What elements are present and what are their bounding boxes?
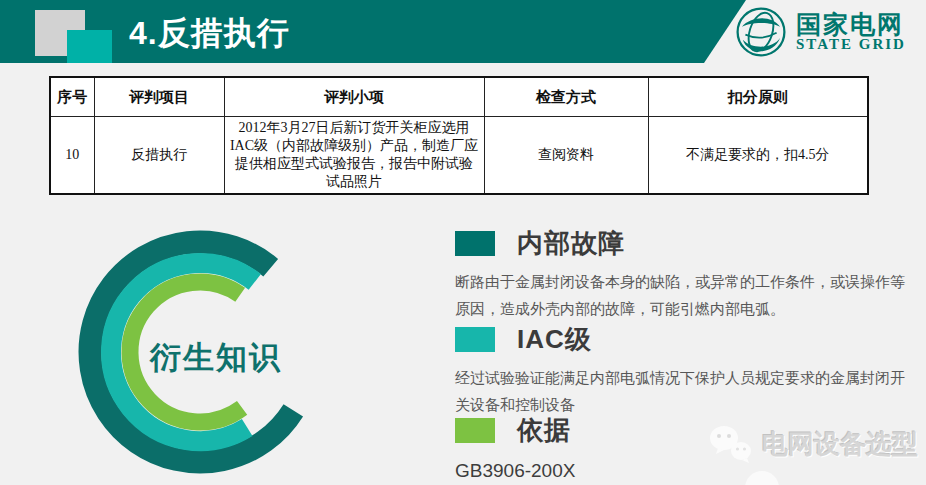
teal-bullet-square-icon: [455, 231, 495, 256]
state-grid-logo: 国家电网 STATE GRID: [735, 6, 906, 58]
state-grid-emblem-icon: [735, 6, 787, 58]
wechat-icon: [708, 424, 754, 464]
column-header-item: 评判项目: [94, 77, 224, 117]
section-body: 断路由于金属封闭设备本身的缺陷，或异常的工作条件，或误操作等原因，造成外壳内部的…: [455, 268, 905, 322]
section-header: 内部故障: [455, 226, 910, 261]
section-header: IAC级: [455, 322, 910, 357]
derived-knowledge-badge: 衍生知识: [150, 337, 282, 379]
column-header-deduction-rule: 扣分原则: [648, 77, 868, 117]
page-title: 4.反措执行: [129, 12, 290, 56]
green-bullet-square-icon: [455, 418, 495, 443]
logo-name-cn: 国家电网: [796, 11, 906, 37]
cell-item: 反措执行: [94, 117, 224, 195]
table-header-row: 序号 评判项目 评判小项 检查方式 扣分原则: [50, 77, 868, 117]
watermark-text: 电网设备选型: [762, 427, 918, 462]
cell-index: 10: [50, 117, 94, 195]
column-header-check-method: 检查方式: [484, 77, 648, 117]
review-table: 序号 评判项目 评判小项 检查方式 扣分原则 10 反措执行 2012年3月27…: [49, 76, 869, 195]
presentation-slide: 4.反措执行 国家电网 STATE GRID 序号 评判项目 评判小项 检查方式: [0, 0, 926, 485]
cell-deduction-rule: 不满足要求的，扣4.5分: [648, 117, 868, 195]
section-title: IAC级: [517, 322, 592, 357]
cell-subitem: 2012年3月27日后新订货开关柜应选用IAC级（内部故障级别）产品，制造厂应提…: [224, 117, 484, 195]
logo-text-block: 国家电网 STATE GRID: [796, 11, 906, 53]
section-title: 依据: [517, 413, 571, 448]
cell-check-method: 查阅资料: [484, 117, 648, 195]
column-header-index: 序号: [50, 77, 94, 117]
table-row: 10 反措执行 2012年3月27日后新订货开关柜应选用IAC级（内部故障级别）…: [50, 117, 868, 195]
logo-name-en: STATE GRID: [796, 37, 906, 53]
section-internal-fault: 内部故障 断路由于金属封闭设备本身的缺陷，或异常的工作条件，或误操作等原因，造成…: [455, 226, 910, 322]
section-body: 经过试验验证能满足内部电弧情况下保护人员规定要求的金属封闭开关设备和控制设备: [455, 364, 905, 418]
section-iac-class: IAC级 经过试验验证能满足内部电弧情况下保护人员规定要求的金属封闭开关设备和控…: [455, 322, 910, 418]
cyan-bullet-square-icon: [455, 327, 495, 352]
wechat-watermark: 电网设备选型: [708, 424, 918, 464]
column-header-subitem: 评判小项: [224, 77, 484, 117]
header-decor-teal-square: [67, 30, 112, 63]
review-table-container: 序号 评判项目 评判小项 检查方式 扣分原则 10 反措执行 2012年3月27…: [49, 76, 869, 195]
section-title: 内部故障: [517, 226, 625, 261]
